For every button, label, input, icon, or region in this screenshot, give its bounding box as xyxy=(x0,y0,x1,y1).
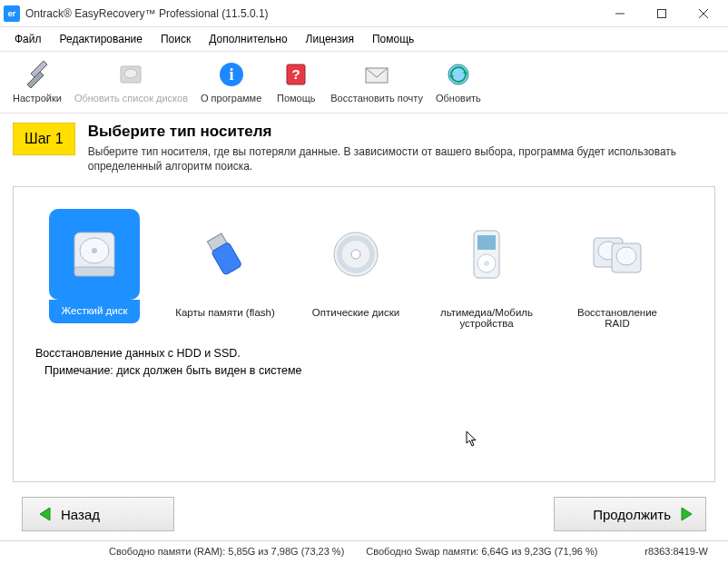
menu-file[interactable]: Файл xyxy=(5,30,51,48)
svg-point-5 xyxy=(124,69,137,78)
svg-text:?: ? xyxy=(292,66,300,82)
tool-label: Обновить список дисков xyxy=(74,93,188,104)
back-button[interactable]: Назад xyxy=(22,497,174,531)
media-grid: Жесткий диск Карты памяти (flash) Оптиче… xyxy=(30,209,698,329)
minimize-button[interactable] xyxy=(599,0,641,27)
close-button[interactable] xyxy=(683,0,724,27)
menu-search[interactable]: Поиск xyxy=(152,30,200,48)
raid-icon xyxy=(572,209,663,300)
statusbar: Свободно памяти (RAM): 5,85G из 7,98G (7… xyxy=(0,540,728,560)
step-header: Шаг 1 Выберите тип носителя Выберите тип… xyxy=(0,114,728,184)
wrench-icon xyxy=(22,59,53,90)
media-multimedia[interactable]: льтимедиа/Мобиль устройства xyxy=(437,209,536,329)
hdd-icon xyxy=(49,209,140,300)
back-label: Назад xyxy=(61,507,100,522)
media-label: Карты памяти (flash) xyxy=(175,307,275,318)
media-label: льтимедиа/Мобиль устройства xyxy=(437,307,536,329)
status-swap: Свободно Swap памяти: 6,64G из 9,23G (71… xyxy=(366,546,597,557)
toolbar: Настройки Обновить список дисков i О про… xyxy=(0,52,728,114)
media-panel: Жесткий диск Карты памяти (flash) Оптиче… xyxy=(13,186,715,482)
svg-rect-1 xyxy=(658,9,666,17)
disk-icon xyxy=(115,59,146,90)
svg-rect-22 xyxy=(477,235,496,250)
arrow-left-icon xyxy=(37,506,54,522)
media-label: Жесткий диск xyxy=(49,300,140,323)
media-label: Оптические диски xyxy=(312,307,399,318)
maximize-button[interactable] xyxy=(641,0,683,27)
globe-refresh-icon xyxy=(443,59,474,90)
help-icon: ? xyxy=(280,59,311,90)
tool-restore-mail[interactable]: Восстановить почту xyxy=(325,57,428,105)
tool-label: Обновить xyxy=(436,93,481,104)
tool-refresh-disks[interactable]: Обновить список дисков xyxy=(69,57,193,105)
media-hdd[interactable]: Жесткий диск xyxy=(44,209,144,323)
media-label: Восстановление RAID xyxy=(567,307,667,329)
continue-label: Продолжить xyxy=(593,507,671,522)
media-flash[interactable]: Карты памяти (flash) xyxy=(175,209,275,318)
continue-button[interactable]: Продолжить xyxy=(554,497,706,531)
tool-help[interactable]: ? Помощь xyxy=(269,57,323,105)
window-title: Ontrack® EasyRecovery™ Professional (11.… xyxy=(25,7,599,20)
tool-label: Восстановить почту xyxy=(330,93,423,104)
step-subtitle: Выберите тип носителя, где вы потеряли д… xyxy=(88,144,715,173)
media-raid[interactable]: Восстановление RAID xyxy=(567,209,667,329)
media-description: Восстановление данных с HDD и SSD. Приме… xyxy=(30,345,698,380)
info-icon: i xyxy=(216,59,247,90)
desc-line1: Восстановление данных с HDD и SSD. xyxy=(35,345,698,362)
svg-point-14 xyxy=(92,248,97,253)
desc-line2: Примечание: диск должен быть виден в сис… xyxy=(35,362,698,380)
status-rev: r8363:8419-W xyxy=(644,546,708,557)
step-title: Выберите тип носителя xyxy=(88,123,715,141)
step-badge: Шаг 1 xyxy=(13,123,75,155)
ipod-icon xyxy=(441,209,532,300)
tool-label: Настройки xyxy=(13,93,62,104)
app-icon: er xyxy=(4,5,20,22)
tool-update[interactable]: Обновить xyxy=(430,57,487,105)
step-text: Выберите тип носителя Выберите тип носит… xyxy=(88,123,715,173)
menu-edit[interactable]: Редактирование xyxy=(51,30,152,48)
svg-rect-15 xyxy=(74,267,114,276)
menubar: Файл Редактирование Поиск Дополнительно … xyxy=(0,27,728,52)
menu-license[interactable]: Лицензия xyxy=(297,30,363,48)
menu-help[interactable]: Помощь xyxy=(363,30,423,48)
tool-about[interactable]: i О программе xyxy=(195,57,267,105)
window-controls xyxy=(599,0,724,27)
mail-icon xyxy=(361,59,392,90)
svg-point-28 xyxy=(616,247,636,265)
nav-row: Назад Продолжить xyxy=(0,486,728,540)
tool-settings[interactable]: Настройки xyxy=(7,57,67,105)
status-ram: Свободно памяти (RAM): 5,85G из 7,98G (7… xyxy=(109,546,344,557)
flash-icon xyxy=(180,209,271,300)
svg-point-20 xyxy=(351,250,360,259)
optical-icon xyxy=(310,209,401,300)
arrow-right-icon xyxy=(678,506,694,522)
svg-point-24 xyxy=(484,261,489,266)
cursor-icon xyxy=(466,430,478,447)
menu-advanced[interactable]: Дополнительно xyxy=(200,30,296,48)
tool-label: О программе xyxy=(201,93,261,104)
tool-label: Помощь xyxy=(277,93,316,104)
media-optical[interactable]: Оптические диски xyxy=(306,209,406,318)
titlebar: er Ontrack® EasyRecovery™ Professional (… xyxy=(0,0,728,27)
svg-text:i: i xyxy=(229,65,233,84)
